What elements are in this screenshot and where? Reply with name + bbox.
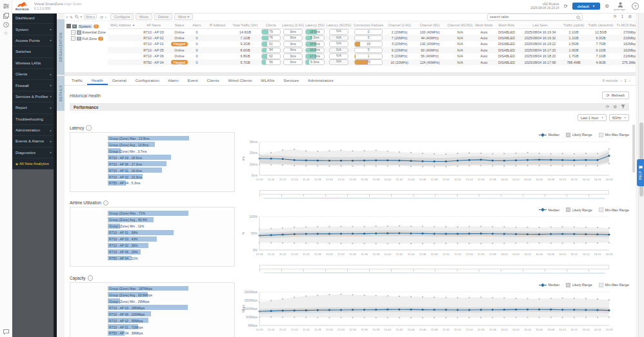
sidebar-item-system[interactable]: System▸	[12, 24, 54, 35]
help-icon[interactable]: ?	[632, 3, 639, 10]
search-input[interactable]	[488, 14, 576, 21]
tab-health[interactable]: Health	[87, 76, 108, 85]
move-button[interactable]: Move	[136, 14, 152, 20]
tree-refresh-icon[interactable]: ⟳	[100, 15, 103, 19]
chart-refresh-icon[interactable]: ⟳	[606, 104, 609, 110]
domain-selector-button[interactable]: default▼	[572, 3, 600, 10]
tab-traffic[interactable]: Traffic	[67, 76, 87, 85]
legend-median[interactable]: Median	[539, 133, 559, 137]
tab-clients[interactable]: Clients	[203, 76, 224, 85]
column-header-connection-failures[interactable]: Connection Failures	[352, 23, 385, 27]
configure-button[interactable]: Configure	[110, 14, 134, 20]
sidebar-item-dashboard[interactable]: Dashboard	[12, 13, 54, 24]
legend-likely-range[interactable]: Likely Range	[566, 283, 592, 287]
info-icon[interactable]: i	[103, 200, 109, 206]
sidebar-item-services-profiles[interactable]: Services & Profiles▸	[12, 91, 54, 102]
performance-section-header[interactable]: Performance ⟳ ⚙	[70, 103, 629, 111]
table-row[interactable]: R710 - AP 02Online07.1GB760ms9.3msN/A07 …	[108, 35, 636, 41]
legend-min-max-range[interactable]: Min-Max Range	[599, 133, 629, 137]
legend-likely-range[interactable]: Likely Range	[566, 133, 592, 137]
history-clock-icon[interactable]	[3, 22, 9, 28]
windows-icon[interactable]	[3, 13, 9, 19]
clear-icon[interactable]: ×	[80, 15, 83, 19]
column-header-channel-5g[interactable]: Channel (5G)	[414, 23, 446, 27]
table-settings-icon[interactable]: ⚙	[628, 14, 632, 19]
table-row[interactable]: R750 - AP 04Flagged05.7GB500ms5.3msN/A70…	[108, 59, 636, 65]
table-refresh-icon[interactable]: ⟳	[613, 14, 616, 19]
tree-more-button[interactable]: More▾	[84, 14, 97, 19]
tab-administrators[interactable]: Administrators	[303, 76, 338, 85]
tab-alarm[interactable]: Alarm	[164, 76, 183, 85]
next-page-icon[interactable]: ›	[629, 79, 630, 83]
settings-gear-icon[interactable]: ⚙	[605, 3, 609, 9]
column-header-clients[interactable]: Clients	[260, 23, 282, 27]
column-header-channel-6g-5g[interactable]: Channel (6G/5G)	[446, 23, 474, 27]
column-header-ip-address[interactable]: IP Address	[205, 23, 230, 27]
tab-wired-clients[interactable]: Wired Clients	[224, 76, 257, 85]
expand-node-icon[interactable]: +	[71, 36, 75, 41]
info-icon[interactable]: i	[88, 275, 94, 281]
collapse-panel-icon[interactable]: ‹	[105, 15, 106, 19]
prev-page-icon[interactable]: ‹	[620, 79, 621, 83]
column-header-mac-address[interactable]: MAC Address▲	[108, 23, 137, 27]
column-header-latency-2-4g[interactable]: Latency (2.4G)	[282, 23, 304, 27]
sidebar-item-all-new-analytics[interactable]: ◉All New Analytics	[12, 159, 54, 169]
tree-node-system[interactable]: DSystem2	[65, 23, 108, 30]
edit-pencil-icon[interactable]: ✎	[70, 15, 73, 19]
add-icon[interactable]: +	[66, 15, 68, 19]
sidebar-item-firewall[interactable]: Firewall▸	[12, 80, 54, 91]
range-navigator[interactable]	[259, 265, 609, 269]
column-header-latency-6g-5g[interactable]: Latency (6G/5G)	[326, 23, 352, 27]
table-row[interactable]: R710 - AP 03Online014.6GB790ms18.5msN/A0…	[108, 29, 636, 35]
favorites-star-icon[interactable]: ☆	[3, 30, 9, 37]
column-header-traffic-downlink[interactable]: Traffic (downlink)	[587, 23, 615, 27]
legend-likely-range[interactable]: Likely Range	[566, 207, 592, 212]
time-range-select[interactable]: Last 1 hour▾	[578, 114, 607, 121]
details-scrollbar-thumb[interactable]	[632, 124, 635, 173]
tree-search-icon[interactable]	[75, 15, 79, 19]
column-header-mesh-role[interactable]: Mesh Role	[494, 23, 519, 27]
legend-median[interactable]: Median	[539, 207, 559, 212]
delete-button[interactable]: Delete	[154, 14, 172, 20]
sidebar-item-administration[interactable]: Administration▸	[12, 125, 54, 136]
column-header-channel-2-4g[interactable]: Channel (2.4G)	[385, 23, 414, 27]
sliders-icon[interactable]	[3, 3, 9, 10]
sidebar-item-wireless-lans[interactable]: Wireless LANs	[12, 58, 54, 69]
chart-settings-icon[interactable]: ⚙	[613, 104, 617, 110]
feedback-chat-icon[interactable]	[3, 329, 9, 336]
tree-node-full-zone[interactable]: +ZFull Zone2	[65, 35, 108, 42]
info-icon[interactable]: i	[86, 125, 92, 131]
table-row[interactable]: R710 - AP 06Online06.8GB620ms17.3msN/A15…	[108, 53, 636, 59]
more-button[interactable]: More ▾	[174, 14, 193, 20]
column-header-total-traffic-1hr[interactable]: Total Traffic (1hr)	[230, 23, 260, 27]
sidebar-item-report[interactable]: Report▸	[12, 102, 54, 113]
tab-configuration[interactable]: Configuration	[131, 76, 164, 85]
legend-min-max-range[interactable]: Min-Max Range	[599, 207, 629, 212]
column-header-last-seen[interactable]: Last Seen	[519, 23, 561, 27]
table-row[interactable]: R710 - AP 05Online08.6GB540ms16.9msN/A09…	[108, 47, 636, 53]
organization-tab[interactable]: ORGANIZATION	[57, 19, 65, 75]
sidebar-item-clients[interactable]: Clients▸	[12, 69, 54, 80]
refresh-button[interactable]: ⟳Refresh	[602, 91, 629, 99]
sidebar-item-switches[interactable]: Switches	[12, 46, 54, 57]
band-select[interactable]: 5GHz▾	[609, 114, 629, 121]
details-tab[interactable]: DETAILS	[57, 76, 65, 111]
tab-general[interactable]: General	[108, 76, 131, 85]
table-row[interactable]: R710 - AP 01Flagged09.2GB610ms16.9msN/A3…	[108, 41, 636, 47]
tab-wlans[interactable]: WLANs	[256, 76, 279, 85]
filter-icon[interactable]	[621, 104, 625, 110]
column-header-status[interactable]: Status	[170, 23, 189, 27]
page-number[interactable]: 1	[625, 79, 627, 82]
help-tab[interactable]: HELP	[637, 159, 644, 186]
range-navigator[interactable]	[259, 190, 609, 195]
column-header-ap-name[interactable]: AP Name	[137, 23, 170, 27]
sidebar-item-troubleshooting[interactable]: Troubleshooting	[12, 114, 54, 125]
column-header-alarm[interactable]: Alarm	[189, 23, 205, 27]
user-menu[interactable]: quan.ngu...	[614, 2, 627, 11]
column-header-mesh-mode[interactable]: Mesh Mode	[474, 23, 494, 27]
tab-services[interactable]: Services	[279, 76, 303, 85]
download-icon[interactable]: ↧	[621, 14, 624, 19]
collapse-node-icon[interactable]	[66, 24, 71, 28]
sidebar-item-access-points[interactable]: Access Points▸	[12, 35, 54, 46]
legend-median[interactable]: Median	[539, 283, 559, 287]
